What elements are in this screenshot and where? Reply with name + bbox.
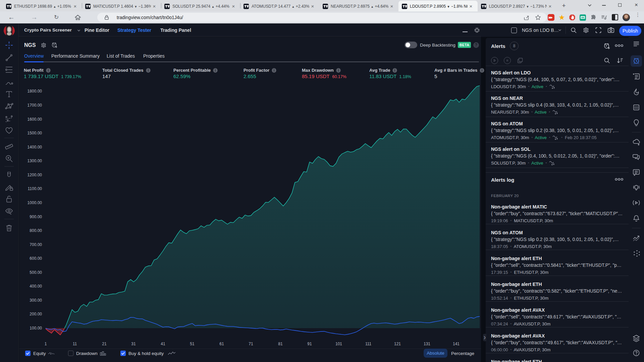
svg-text:81: 81 bbox=[278, 342, 283, 346]
svg-text:111: 111 bbox=[365, 342, 372, 346]
svg-text:1: 1 bbox=[45, 342, 47, 346]
svg-text:1800.00: 1800.00 bbox=[28, 89, 42, 94]
svg-text:1700.00: 1700.00 bbox=[28, 103, 42, 108]
svg-text:11: 11 bbox=[73, 342, 77, 346]
svg-text:91: 91 bbox=[307, 342, 312, 346]
svg-text:101: 101 bbox=[335, 342, 342, 346]
svg-text:61: 61 bbox=[219, 342, 224, 346]
svg-text:141: 141 bbox=[453, 342, 460, 346]
svg-text:1300.00: 1300.00 bbox=[28, 159, 42, 163]
svg-text:300.00: 300.00 bbox=[30, 298, 42, 303]
svg-text:500.00: 500.00 bbox=[30, 270, 42, 275]
svg-text:900.00: 900.00 bbox=[30, 215, 42, 219]
svg-text:51: 51 bbox=[190, 342, 195, 346]
svg-text:1200.00: 1200.00 bbox=[28, 173, 42, 177]
svg-text:1500.00: 1500.00 bbox=[28, 131, 42, 135]
svg-text:200.00: 200.00 bbox=[30, 312, 42, 316]
svg-text:1000.00: 1000.00 bbox=[28, 200, 42, 205]
svg-text:131: 131 bbox=[424, 342, 430, 346]
svg-text:71: 71 bbox=[249, 342, 253, 346]
svg-text:1100.00: 1100.00 bbox=[28, 186, 42, 191]
svg-text:1400.00: 1400.00 bbox=[28, 145, 42, 149]
svg-text:100.00: 100.00 bbox=[30, 326, 42, 330]
svg-text:400.00: 400.00 bbox=[30, 284, 42, 289]
svg-text:600.00: 600.00 bbox=[30, 256, 42, 261]
svg-text:31: 31 bbox=[131, 342, 136, 346]
svg-text:700.00: 700.00 bbox=[30, 242, 42, 247]
svg-text:1600.00: 1600.00 bbox=[28, 117, 42, 122]
svg-text:121: 121 bbox=[394, 342, 401, 346]
svg-text:41: 41 bbox=[161, 342, 165, 346]
svg-text:21: 21 bbox=[102, 342, 107, 346]
svg-text:800.00: 800.00 bbox=[30, 228, 42, 233]
